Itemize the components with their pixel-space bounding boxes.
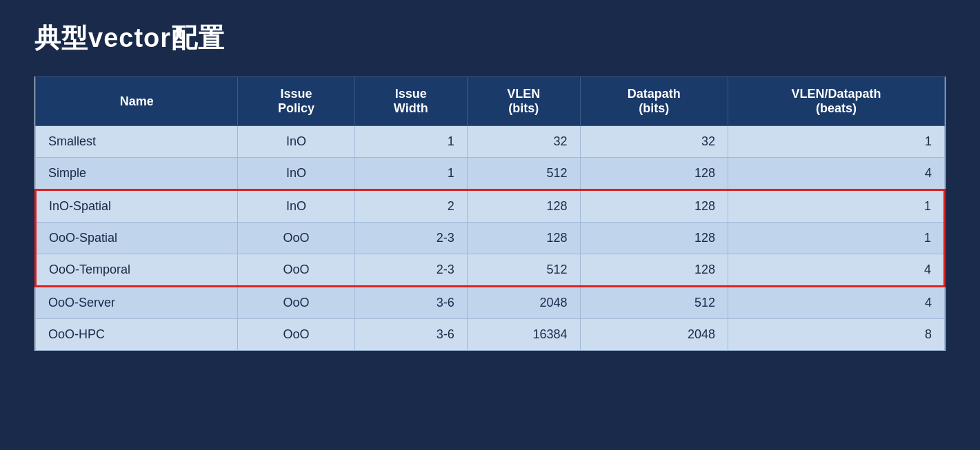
cell-value: 8	[728, 319, 944, 351]
cell-name: OoO-Temporal	[36, 254, 238, 287]
cell-value: 2048	[580, 319, 728, 351]
table-row: OoO-HPCOoO3-61638420488	[36, 319, 945, 351]
cell-value: OoO	[238, 223, 354, 254]
cell-value: 512	[580, 287, 728, 319]
cell-value: 1	[728, 126, 944, 158]
cell-value: 4	[728, 158, 944, 190]
cell-value: 1	[354, 158, 467, 190]
cell-name: OoO-Server	[36, 287, 238, 319]
cell-value: 128	[580, 190, 728, 223]
table-row: SmallestInO132321	[36, 126, 945, 158]
table-wrapper: Name IssuePolicy IssueWidth VLEN(bits) D…	[34, 76, 946, 429]
table-row: OoO-SpatialOoO2-31281281	[36, 223, 945, 254]
table-header-row: Name IssuePolicy IssueWidth VLEN(bits) D…	[36, 77, 945, 126]
cell-name: InO-Spatial	[36, 190, 238, 223]
cell-name: Simple	[36, 158, 238, 190]
cell-value: 3-6	[354, 287, 467, 319]
cell-value: 3-6	[354, 319, 467, 351]
header-vlen-bits: VLEN(bits)	[467, 77, 580, 126]
cell-value: 128	[580, 254, 728, 287]
cell-value: 128	[467, 190, 580, 223]
cell-value: 32	[467, 126, 580, 158]
cell-value: InO	[238, 190, 354, 223]
cell-value: 1	[728, 223, 944, 254]
cell-value: 4	[728, 254, 944, 287]
cell-value: 2-3	[354, 223, 467, 254]
cell-value: OoO	[238, 254, 354, 287]
header-vlen-datapath-beats: VLEN/Datapath(beats)	[728, 77, 944, 126]
cell-value: InO	[238, 126, 354, 158]
cell-value: 128	[580, 158, 728, 190]
cell-name: OoO-HPC	[36, 319, 238, 351]
cell-value: 1	[728, 190, 944, 223]
table-row: OoO-ServerOoO3-620485124	[36, 287, 945, 319]
cell-value: 512	[467, 254, 580, 287]
page-title: 典型vector配置	[34, 21, 946, 56]
header-issue-width: IssueWidth	[354, 77, 467, 126]
cell-value: 32	[580, 126, 728, 158]
cell-value: 2048	[467, 287, 580, 319]
cell-value: 1	[354, 126, 467, 158]
cell-value: 16384	[467, 319, 580, 351]
header-issue-policy: IssuePolicy	[238, 77, 354, 126]
cell-name: OoO-Spatial	[36, 223, 238, 254]
cell-value: 512	[467, 158, 580, 190]
table-row: InO-SpatialInO21281281	[36, 190, 945, 223]
cell-value: InO	[238, 158, 354, 190]
cell-value: OoO	[238, 287, 354, 319]
cell-value: 2-3	[354, 254, 467, 287]
header-name: Name	[36, 77, 238, 126]
cell-value: 128	[467, 223, 580, 254]
cell-name: Smallest	[36, 126, 238, 158]
table-row: SimpleInO15121284	[36, 158, 945, 190]
table-row: OoO-TemporalOoO2-35121284	[36, 254, 945, 287]
main-table: Name IssuePolicy IssueWidth VLEN(bits) D…	[34, 76, 946, 351]
cell-value: OoO	[238, 319, 354, 351]
cell-value: 128	[580, 223, 728, 254]
cell-value: 2	[354, 190, 467, 223]
cell-value: 4	[728, 287, 944, 319]
header-datapath-bits: Datapath(bits)	[580, 77, 728, 126]
